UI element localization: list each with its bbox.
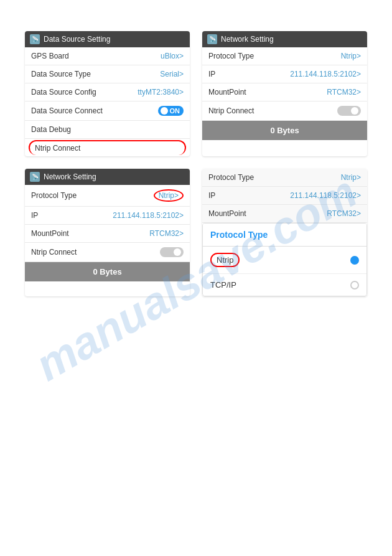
data-source-type-value[interactable]: Serial>: [160, 70, 184, 78]
panel3-icon: 📡: [30, 172, 40, 182]
row-mountpoint-p3: MountPoint RTCM32>: [25, 225, 190, 243]
ip-label-p4: IP: [208, 191, 215, 200]
row-ntrip-connect-p2: Ntrip Connect: [202, 101, 367, 121]
row-data-source-type: Data Source Type Serial>: [25, 65, 190, 83]
data-source-type-label: Data Source Type: [31, 70, 91, 78]
row-data-source-connect: Data Source Connect ON: [25, 101, 190, 121]
panel-network-top: 📡 Network Setting Protocol Type Ntrip> I…: [202, 31, 367, 156]
screenshots-grid: 📡 Data Source Setting GPS Board uBlox> D…: [12, 12, 380, 315]
protocol-type-label-p2: Protocol Type: [208, 52, 254, 60]
row-ip-p4: IP 211.144.118.5:2102>: [202, 187, 367, 205]
data-debug-label: Data Debug: [31, 125, 71, 134]
protocol-type-value-p3[interactable]: Ntrip>: [154, 189, 184, 202]
panel1-icon: 📡: [30, 34, 40, 44]
toggle-on[interactable]: ON: [158, 106, 184, 116]
row-ntrip-connect-p3: Ntrip Connect: [25, 243, 190, 262]
mountpoint-value-p3[interactable]: RTCM32>: [149, 229, 184, 238]
ntrip-connect-label-p3: Ntrip Connect: [31, 248, 77, 257]
row-data-source-config: Data Source Config ttyMT2:3840>: [25, 83, 190, 101]
ip-value-p3[interactable]: 211.144.118.5:2102>: [113, 211, 184, 220]
protocol-type-value-p2[interactable]: Ntrip>: [341, 52, 361, 60]
ip-label-p3: IP: [31, 211, 38, 220]
row-mountpoint-p2: MountPoint RTCM32>: [202, 83, 367, 101]
row-data-debug: Data Debug: [25, 121, 190, 139]
ip-value-p2[interactable]: 211.144.118.5:2102>: [290, 70, 361, 78]
gps-board-label: GPS Board: [31, 52, 69, 60]
row-gps-board: GPS Board uBlox>: [25, 47, 190, 65]
protocol-type-value-p4[interactable]: Ntrip>: [341, 173, 361, 182]
row-protocol-type-p4: Protocol Type Ntrip>: [202, 169, 367, 187]
protocol-type-label-p4: Protocol Type: [208, 173, 254, 182]
row-ntrip-connect-highlighted[interactable]: Ntrip Connect: [29, 140, 186, 155]
ip-label-p2: IP: [208, 70, 215, 78]
row-protocol-type-p2: Protocol Type Ntrip>: [202, 47, 367, 65]
panel-network-dropdown: Protocol Type Ntrip> IP 211.144.118.5:21…: [202, 169, 367, 296]
panel2-bottom: 0 Bytes: [202, 121, 367, 140]
gps-board-value[interactable]: uBlox>: [161, 52, 184, 60]
row-mountpoint-p4: MountPoint RTCM32>: [202, 205, 367, 223]
page-container: manualsave.com 📡 Data Source Setting GPS…: [0, 0, 392, 556]
data-source-config-label: Data Source Config: [31, 88, 96, 97]
row-protocol-type-p3: Protocol Type Ntrip>: [25, 185, 190, 207]
panel3-header: 📡 Network Setting: [25, 169, 190, 185]
panel3-bottom: 0 Bytes: [25, 262, 190, 281]
toggle-off-p3[interactable]: [160, 247, 184, 257]
panel2-icon: 📡: [207, 34, 217, 44]
dropdown-item-tcpip[interactable]: TCP/IP: [203, 274, 366, 296]
mountpoint-value-p2[interactable]: RTCM32>: [327, 88, 361, 97]
row-ip-p3: IP 211.144.118.5:2102>: [25, 207, 190, 225]
mountpoint-label-p2: MountPoint: [208, 88, 246, 97]
ip-value-p4[interactable]: 211.144.118.5:2102>: [290, 191, 361, 200]
data-source-connect-label: Data Source Connect: [31, 106, 103, 115]
panel-network-bottom-left: 📡 Network Setting Protocol Type Ntrip> I…: [25, 169, 190, 296]
panel1-title: Data Source Setting: [44, 35, 110, 44]
radio-ntrip-selected[interactable]: [350, 256, 359, 265]
dropdown-header: Protocol Type: [203, 224, 366, 247]
panel1-header: 📡 Data Source Setting: [25, 31, 190, 47]
panel2-header: 📡 Network Setting: [202, 31, 367, 47]
panel3-title: Network Setting: [44, 172, 96, 181]
dropdown-protocol-type: Protocol Type Ntrip TCP/IP: [202, 223, 367, 296]
panel2-title: Network Setting: [221, 35, 274, 44]
toggle-off-p2[interactable]: [337, 106, 361, 116]
row-ip-p2: IP 211.144.118.5:2102>: [202, 65, 367, 83]
data-source-config-value[interactable]: ttyMT2:3840>: [138, 88, 184, 97]
dropdown-item-ntrip[interactable]: Ntrip: [203, 247, 366, 274]
mountpoint-value-p4[interactable]: RTCM32>: [327, 209, 361, 218]
radio-tcpip-unselected[interactable]: [350, 281, 359, 290]
mountpoint-label-p4: MountPoint: [208, 209, 246, 218]
ntrip-item-label: Ntrip: [210, 253, 240, 267]
mountpoint-label-p3: MountPoint: [31, 229, 69, 238]
tcpip-item-label: TCP/IP: [210, 280, 236, 290]
ntrip-connect-label: Ntrip Connect: [35, 144, 80, 153]
ntrip-connect-label-p2: Ntrip Connect: [208, 106, 254, 115]
panel-data-source: 📡 Data Source Setting GPS Board uBlox> D…: [25, 31, 190, 156]
protocol-type-label-p3: Protocol Type: [31, 191, 77, 200]
